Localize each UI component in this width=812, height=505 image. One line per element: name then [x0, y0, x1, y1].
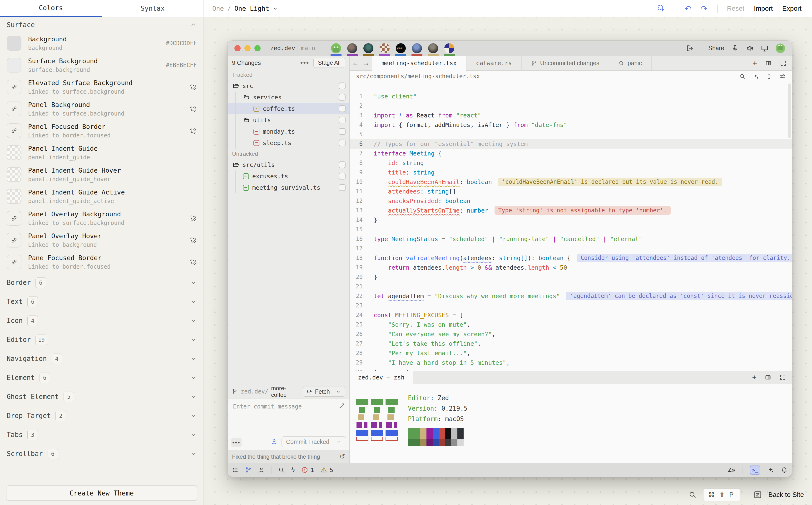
ai-sparkle-icon[interactable]: [768, 467, 774, 473]
redo-icon[interactable]: ↷: [701, 5, 708, 13]
unlink-icon[interactable]: [190, 259, 197, 266]
collaborator[interactable]: [347, 41, 358, 56]
stage-checkbox[interactable]: [339, 117, 346, 123]
stage-checkbox[interactable]: [339, 140, 346, 146]
editor-tab-2[interactable]: catware.rs: [466, 56, 521, 70]
section-header-border[interactable]: Border6: [0, 273, 204, 292]
warning-icon[interactable]: [321, 467, 327, 473]
color-swatch[interactable]: [7, 167, 21, 182]
chevron-down-icon[interactable]: [336, 389, 341, 394]
collaborator[interactable]: [412, 41, 423, 56]
tree-folder-row[interactable]: services: [228, 92, 349, 103]
fetch-button[interactable]: ⟳ Fetch: [303, 386, 345, 396]
chevron-down-icon[interactable]: [336, 439, 342, 444]
theme-family[interactable]: One: [212, 5, 224, 12]
section-header-ghost-element[interactable]: Ghost Element5: [0, 387, 204, 406]
share-button[interactable]: Share: [708, 45, 724, 51]
reset-button[interactable]: Reset: [727, 5, 744, 12]
tab-colors[interactable]: Colors: [0, 0, 102, 17]
terminal-toggle-button[interactable]: >_: [750, 466, 761, 475]
ai-sparkle-icon[interactable]: [753, 73, 759, 79]
section-header-element[interactable]: Element6: [0, 368, 204, 387]
color-swatch[interactable]: [7, 255, 21, 270]
close-window-button[interactable]: [234, 45, 241, 51]
tree-folder-row[interactable]: src/utils: [228, 159, 349, 170]
stage-checkbox[interactable]: [339, 173, 346, 179]
import-button[interactable]: Import: [754, 5, 773, 12]
diagnostics-bolt-icon[interactable]: ϟ: [291, 467, 295, 473]
split-pane-icon[interactable]: [765, 60, 772, 66]
back-icon[interactable]: ←: [350, 56, 361, 70]
tree-file-row[interactable]: coffee.ts: [228, 103, 349, 114]
stage-checkbox[interactable]: [339, 128, 346, 135]
unlink-icon[interactable]: [190, 236, 197, 244]
collaborator[interactable]: yes.: [395, 41, 406, 56]
bell-icon[interactable]: [781, 467, 788, 473]
expand-icon[interactable]: [339, 403, 345, 409]
color-swatch[interactable]: [7, 102, 21, 116]
collaborator[interactable]: [444, 41, 455, 56]
section-header-text[interactable]: Text6: [0, 292, 204, 311]
collab-panel-icon[interactable]: [258, 467, 265, 473]
stage-checkbox[interactable]: [339, 82, 346, 89]
unlink-icon[interactable]: [190, 127, 197, 134]
collaborator[interactable]: [379, 41, 390, 56]
unlink-icon[interactable]: [190, 105, 197, 113]
file-path[interactable]: src/components/meeting-scheduler.tsx: [356, 73, 480, 79]
tree-file-row[interactable]: monday.ts: [228, 126, 349, 137]
section-header-icon[interactable]: Icon4: [0, 311, 204, 330]
color-swatch[interactable]: [7, 79, 21, 95]
stage-all-button[interactable]: Stage All: [314, 58, 345, 68]
search-icon[interactable]: [739, 73, 745, 79]
tree-file-row[interactable]: sleep.ts: [228, 137, 349, 149]
export-button[interactable]: Export: [782, 5, 802, 12]
split-pane-icon[interactable]: [765, 374, 771, 381]
microphone-icon[interactable]: [731, 44, 739, 52]
search-icon[interactable]: [689, 491, 697, 499]
color-swatch[interactable]: [7, 58, 21, 72]
new-terminal-icon[interactable]: +: [752, 373, 757, 381]
collaborator[interactable]: [331, 41, 342, 56]
user-avatar[interactable]: [776, 43, 785, 53]
editor-tab-3[interactable]: Uncommitted changes: [521, 56, 609, 70]
tab-syntax[interactable]: Syntax: [102, 0, 204, 17]
terminal-tab[interactable]: zed.dev — zsh: [350, 371, 413, 384]
color-swatch[interactable]: [7, 233, 21, 247]
back-to-site-link[interactable]: Back to Site: [769, 491, 804, 499]
project-name[interactable]: zed.dev: [270, 45, 295, 51]
color-swatch[interactable]: [7, 145, 21, 160]
remote-name[interactable]: zed.dev/: [241, 388, 268, 395]
section-header-surface[interactable]: Surface: [0, 17, 204, 32]
chevron-down-icon[interactable]: [272, 6, 278, 11]
unlink-icon[interactable]: [190, 83, 197, 91]
commit-message-box[interactable]: Enter commit message ••• Commit Tracked: [228, 398, 349, 450]
color-swatch[interactable]: [7, 189, 21, 204]
section-header-scrollbar[interactable]: Scrollbar6: [0, 444, 204, 463]
stage-checkbox[interactable]: [339, 184, 346, 191]
undo-commit-icon[interactable]: ↺: [340, 454, 345, 460]
section-header-editor[interactable]: Editor19: [0, 330, 204, 349]
screen-share-icon[interactable]: [761, 44, 769, 52]
collaborator[interactable]: [428, 41, 439, 56]
command-palette-shortcut[interactable]: ⌘ ⇧ P: [703, 488, 740, 501]
more-options-icon[interactable]: •••: [231, 438, 242, 447]
editor-tab-4[interactable]: panic: [609, 56, 652, 70]
speaker-icon[interactable]: [746, 44, 754, 52]
commit-tracked-button[interactable]: Commit Tracked: [281, 436, 346, 447]
cursor-ibeam-icon[interactable]: [766, 73, 772, 79]
stage-checkbox[interactable]: [339, 161, 346, 168]
section-header-drop-target[interactable]: Drop Target2: [0, 406, 204, 425]
leave-call-icon[interactable]: [686, 44, 694, 52]
tree-folder-row[interactable]: src: [228, 80, 349, 92]
color-swatch[interactable]: [7, 123, 21, 138]
collaborator[interactable]: [363, 41, 374, 56]
section-header-navigation[interactable]: Navigation4: [0, 349, 204, 368]
branch-label[interactable]: main: [301, 45, 315, 51]
co-author-icon[interactable]: [270, 438, 278, 445]
stage-checkbox[interactable]: [339, 105, 346, 112]
editor-tab-1[interactable]: meeting-scheduler.tsx: [372, 56, 466, 70]
search-icon[interactable]: [278, 467, 284, 473]
select-tool-icon[interactable]: [657, 5, 665, 13]
color-swatch[interactable]: [7, 211, 21, 226]
terminal-output[interactable]: Editor: ZedVersion: 0.219.5Platform: mac…: [350, 384, 792, 463]
